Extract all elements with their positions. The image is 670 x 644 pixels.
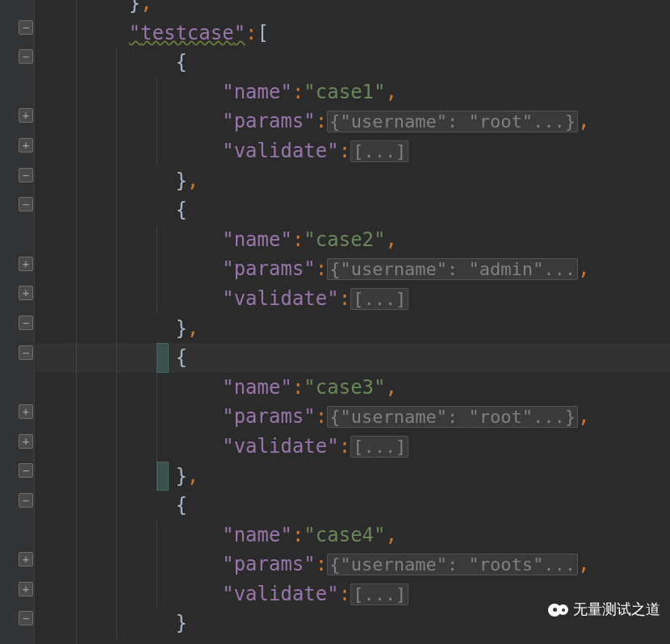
fold-collapse-icon[interactable]: −: [19, 493, 33, 508]
code-text: },: [36, 465, 199, 487]
code-line[interactable]: "params":{"username": "roots"...,: [36, 550, 670, 579]
fold-collapse-icon[interactable]: −: [19, 168, 33, 182]
punc-token: :: [316, 110, 327, 132]
code-text: {: [36, 346, 187, 369]
fold-collapse-icon[interactable]: −: [19, 197, 33, 211]
key-token: "params": [222, 257, 316, 280]
code-line[interactable]: "testcase":[: [36, 19, 670, 48]
punc-token: ,: [386, 524, 397, 546]
fold-expand-icon[interactable]: +: [19, 257, 33, 271]
punc-token: ,: [187, 317, 199, 340]
code-line[interactable]: "name":"case4",: [36, 521, 670, 550]
punc-token: ,: [578, 405, 589, 428]
fold-collapse-icon[interactable]: −: [19, 20, 33, 35]
key-token: "validate": [222, 287, 339, 310]
code-line[interactable]: {: [36, 491, 670, 521]
code-line[interactable]: },: [36, 462, 670, 491]
folded-region[interactable]: {"username": "root"...}: [327, 111, 578, 132]
code-area[interactable]: }, "testcase":[ { "name":"case1", "param…: [35, 0, 670, 644]
key-token: "name": [222, 524, 292, 546]
code-line[interactable]: "params":{"username": "root"...},: [36, 107, 670, 136]
fold-collapse-icon[interactable]: −: [19, 316, 33, 330]
fold-expand-icon[interactable]: +: [19, 582, 33, 596]
punc-token: ,: [386, 81, 397, 103]
code-text: "params":{"username": "root"...},: [36, 110, 589, 132]
bracket-token: }: [175, 465, 186, 487]
code-line[interactable]: {: [36, 343, 670, 373]
folded-region[interactable]: [...]: [350, 583, 408, 605]
code-line[interactable]: "params":{"username": "admin"...,: [36, 254, 670, 284]
key-token: ": [129, 22, 140, 44]
watermark: 无量测试之道: [548, 595, 660, 625]
bracket-token: }: [129, 0, 140, 15]
punc-token: ,: [578, 257, 589, 280]
key-token: "name": [222, 81, 292, 103]
punc-token: :: [316, 257, 327, 280]
code-line[interactable]: ]: [36, 638, 670, 644]
key-token: "name": [222, 228, 292, 251]
punc-token: :: [339, 287, 350, 310]
code-line[interactable]: "validate":[...]: [36, 284, 670, 314]
fold-collapse-icon[interactable]: −: [19, 463, 33, 478]
str-token: "case3": [304, 376, 385, 399]
code-editor[interactable]: }, "testcase":[ { "name":"case1", "param…: [0, 0, 670, 644]
fold-collapse-icon[interactable]: −: [19, 49, 33, 64]
fold-expand-icon[interactable]: +: [19, 404, 33, 419]
bracket-token: {: [175, 199, 186, 221]
code-line[interactable]: "params":{"username": "root"...},: [36, 402, 670, 432]
punc-token: ,: [578, 110, 589, 132]
code-line[interactable]: },: [36, 314, 670, 344]
bracket-token: {: [175, 51, 186, 73]
folded-region[interactable]: {"username": "roots"...: [327, 554, 578, 575]
code-line[interactable]: "name":"case2",: [36, 225, 670, 255]
wechat-icon: [548, 604, 568, 617]
code-text: "name":"case4",: [36, 524, 397, 546]
code-line[interactable]: "name":"case3",: [36, 373, 670, 403]
code-line[interactable]: "validate":[...]: [36, 136, 670, 166]
fold-collapse-icon[interactable]: −: [19, 345, 33, 360]
code-text: {: [36, 51, 187, 73]
key-token: "validate": [222, 435, 339, 458]
bracket-token: [: [258, 22, 269, 44]
code-line[interactable]: },: [36, 166, 670, 196]
fold-expand-icon[interactable]: +: [19, 286, 33, 300]
folded-region[interactable]: [...]: [350, 288, 408, 310]
code-text: "validate":[...]: [36, 583, 408, 605]
punc-token: :: [339, 435, 350, 458]
fold-expand-icon[interactable]: +: [19, 108, 33, 123]
fold-expand-icon[interactable]: +: [19, 138, 33, 153]
code-line[interactable]: "validate":[...]: [36, 432, 670, 462]
punc-token: :: [245, 22, 257, 44]
bracket-token: {: [175, 494, 186, 516]
punc-token: :: [292, 81, 304, 103]
fold-collapse-icon[interactable]: −: [19, 611, 33, 625]
fold-expand-icon[interactable]: +: [19, 434, 33, 449]
code-text: {: [36, 494, 187, 516]
bracket-token: {: [175, 346, 186, 369]
folded-region[interactable]: [...]: [350, 436, 408, 458]
code-text: "params":{"username": "roots"...,: [36, 553, 589, 575]
code-text: "validate":[...]: [36, 435, 408, 458]
key-token: testcase: [140, 22, 234, 44]
folded-region[interactable]: {"username": "root"...}: [327, 406, 578, 428]
code-text: },: [36, 169, 199, 192]
key-token: ": [234, 22, 245, 44]
code-text: "validate":[...]: [36, 287, 408, 310]
code-line[interactable]: {: [36, 48, 670, 77]
code-line[interactable]: {: [36, 195, 670, 225]
code-line[interactable]: "name":"case1",: [36, 77, 670, 107]
code-line[interactable]: },: [36, 0, 670, 19]
punc-token: :: [316, 405, 327, 428]
key-token: "params": [222, 405, 316, 428]
code-text: },: [36, 0, 153, 15]
folded-region[interactable]: {"username": "admin"...: [327, 258, 578, 280]
bracket-token: }: [175, 169, 186, 192]
code-text: "params":{"username": "admin"...,: [36, 257, 589, 280]
code-text: "name":"case1",: [36, 81, 397, 103]
str-token: "case1": [304, 81, 385, 103]
bracket-token: }: [175, 317, 186, 340]
code-text: "name":"case2",: [36, 228, 397, 251]
folded-region[interactable]: [...]: [350, 140, 408, 162]
fold-expand-icon[interactable]: +: [19, 552, 33, 567]
key-token: "validate": [222, 140, 339, 162]
